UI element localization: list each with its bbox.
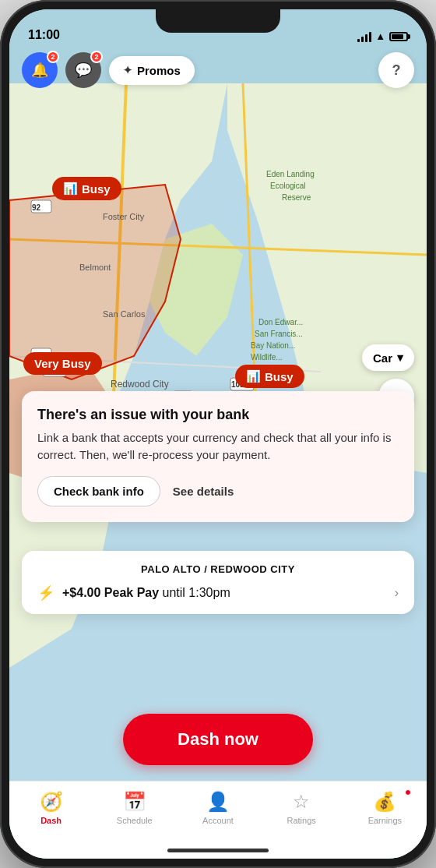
svg-text:Don Edwar...: Don Edwar... [258, 318, 303, 326]
very-busy-label: Very Busy [23, 352, 102, 375]
nav-item-ratings[interactable]: ☆ Ratings [278, 791, 325, 825]
alerts-button[interactable]: 🔔 2 [22, 52, 58, 88]
car-chevron-icon: ▾ [397, 351, 403, 365]
nav-earnings-label: Earnings [368, 816, 402, 825]
earnings-notification-dot [405, 789, 411, 796]
svg-text:San Francis...: San Francis... [255, 330, 303, 338]
nav-item-dash[interactable]: 🧭 Dash [28, 791, 75, 825]
bank-issue-description: Link a bank that accepts your currency a… [37, 429, 399, 464]
peak-pay-row[interactable]: ⚡ +$4.00 Peak Pay until 1:30pm › [37, 584, 399, 602]
car-selector[interactable]: Car ▾ [362, 344, 414, 371]
schedule-icon: 📅 [123, 791, 146, 813]
chat-badge: 2 [90, 51, 103, 63]
nav-schedule-label: Schedule [117, 816, 153, 825]
svg-text:Ecological: Ecological [270, 182, 306, 190]
bottom-nav: 🧭 Dash 📅 Schedule 👤 Account ☆ Ratings 💰 … [9, 781, 427, 859]
dash-icon: 🧭 [40, 791, 63, 813]
nav-ratings-label: Ratings [287, 816, 316, 825]
busy-label: 📊 Busy [52, 177, 121, 200]
peak-pay-time: until 1:30pm [163, 586, 230, 599]
peak-pay-amount: +$4.00 Peak Pay [62, 586, 159, 599]
phone-screen: Foster City Belmont San Carlos Redwood C… [9, 9, 427, 859]
signal-icon [357, 31, 371, 42]
location-card: PALO ALTO / REDWOOD CITY ⚡ +$4.00 Peak P… [22, 551, 414, 614]
phone-frame: Foster City Belmont San Carlos Redwood C… [0, 0, 436, 868]
dash-now-button[interactable]: Dash now [123, 714, 313, 765]
check-bank-button[interactable]: Check bank info [37, 476, 160, 506]
peak-pay-text: +$4.00 Peak Pay until 1:30pm [62, 586, 230, 600]
svg-text:Wildlife...: Wildlife... [251, 353, 283, 362]
notch [156, 9, 280, 33]
svg-text:Reserve: Reserve [282, 193, 311, 202]
lightning-icon: ⚡ [37, 584, 54, 602]
ratings-icon: ☆ [293, 791, 310, 813]
wifi-icon: ▲ [375, 30, 385, 42]
help-icon: ? [392, 62, 401, 79]
svg-text:Belmont: Belmont [79, 263, 111, 272]
bank-issue-actions: Check bank info See details [37, 476, 399, 506]
status-icons: ▲ [357, 30, 408, 42]
nav-item-schedule[interactable]: 📅 Schedule [111, 791, 158, 825]
peak-pay-info: ⚡ +$4.00 Peak Pay until 1:30pm [37, 584, 230, 602]
nav-item-account[interactable]: 👤 Account [195, 791, 241, 825]
promo-star-icon: ✦ [123, 64, 132, 76]
top-nav: 🔔 2 💬 2 ✦ Promos ? [9, 52, 427, 88]
bank-issue-card: There's an issue with your bank Link a b… [22, 391, 414, 522]
promos-button[interactable]: ✦ Promos [109, 56, 195, 85]
chat-button[interactable]: 💬 2 [65, 52, 101, 88]
help-button[interactable]: ? [378, 52, 414, 88]
busy-label2: 📊 Busy [235, 365, 304, 388]
promos-label: Promos [137, 64, 181, 77]
nav-item-earnings[interactable]: 💰 Earnings [361, 791, 408, 825]
svg-text:92: 92 [32, 203, 41, 212]
svg-text:San Carlos: San Carlos [103, 309, 146, 319]
home-indicator [167, 849, 269, 852]
peak-pay-chevron-icon: › [395, 586, 399, 600]
see-details-button[interactable]: See details [173, 485, 234, 498]
earnings-icon: 💰 [373, 791, 396, 813]
car-label: Car [373, 351, 392, 365]
bank-issue-title: There's an issue with your bank [37, 407, 399, 423]
svg-text:Foster City: Foster City [103, 212, 145, 221]
nav-dash-label: Dash [40, 816, 62, 825]
status-time: 11:00 [28, 28, 60, 42]
svg-text:Redwood City: Redwood City [111, 379, 169, 390]
battery-icon [389, 32, 408, 41]
busy-bar-icon2: 📊 [246, 369, 261, 383]
account-icon: 👤 [206, 791, 230, 813]
location-title: PALO ALTO / REDWOOD CITY [37, 563, 399, 575]
svg-text:Eden Landing: Eden Landing [266, 170, 315, 178]
alerts-badge: 2 [47, 51, 59, 63]
very-busy-label-text: Very Busy [34, 357, 91, 370]
busy-label-text: Busy [82, 182, 111, 196]
nav-account-label: Account [202, 816, 234, 825]
busy-label2-text: Busy [265, 370, 294, 383]
svg-text:Bay Nation...: Bay Nation... [251, 341, 295, 350]
busy-bar-icon: 📊 [63, 182, 78, 196]
